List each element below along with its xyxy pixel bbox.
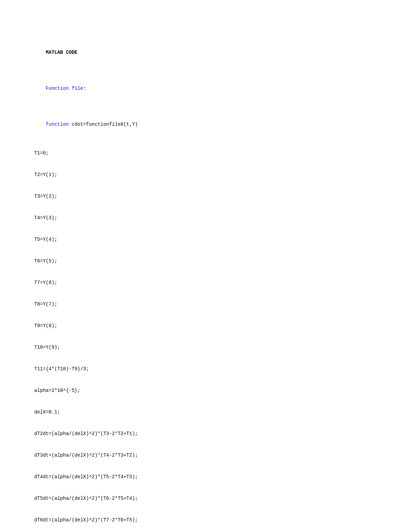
keyword-function: function <box>46 122 69 127</box>
code-container: MATLAB CODE Function file: function cdot… <box>34 27 377 532</box>
code-line-t6: T6=Y(5); <box>34 258 377 265</box>
code-line-dt3dt: dT3dt=(alpha/(delX)^2)*(T4-2*T3+T2); <box>34 452 377 459</box>
code-line-dt2dt: dT2dt=(alpha/(delX)^2)*(T3-2*T2+T1); <box>34 430 377 437</box>
code-line-t5: T5=Y(4); <box>34 236 377 243</box>
matlab-code-label: MATLAB CODE <box>46 50 77 55</box>
code-line-t7: T7=Y(6); <box>34 279 377 286</box>
code-line-dt5dt: dT5dt=(alpha/(delX)^2)*(T6-2*T5+T4); <box>34 495 377 502</box>
code-line-function-def: function cdot=functionfile8(t,Y) <box>34 114 377 135</box>
code-line-title: MATLAB CODE <box>34 42 377 63</box>
code-line-function-file-header: Function file: <box>34 78 377 99</box>
code-line-t10: T10=Y(9); <box>34 344 377 351</box>
code-line-t4: T4=Y(3); <box>34 214 377 222</box>
code-line-t2: T2=Y(1); <box>34 171 377 178</box>
code-line-dt4dt: dT4dt=(alpha/(delX)^2)*(T5-2*T4+T3); <box>34 473 377 481</box>
code-line-alpha: alpha=2*10^{-5}; <box>34 387 377 394</box>
code-line-delx: delX=0.1; <box>34 409 377 416</box>
function-signature: cdot=functionfile8(t,Y) <box>69 122 138 127</box>
code-line-t11: T11={4*(T10)-T9}/3; <box>34 366 377 373</box>
function-file-label: Function file: <box>46 86 86 91</box>
code-line-t3: T3=Y(2); <box>34 193 377 200</box>
code-line-t1: T1=0; <box>34 150 377 157</box>
code-line-dt6dt: dT6dt=(alpha/(delX)^2)*(T7-2*T6+T5); <box>34 517 377 524</box>
code-line-t9: T9=Y(8); <box>34 322 377 330</box>
code-line-t8: T8=Y(7); <box>34 301 377 308</box>
